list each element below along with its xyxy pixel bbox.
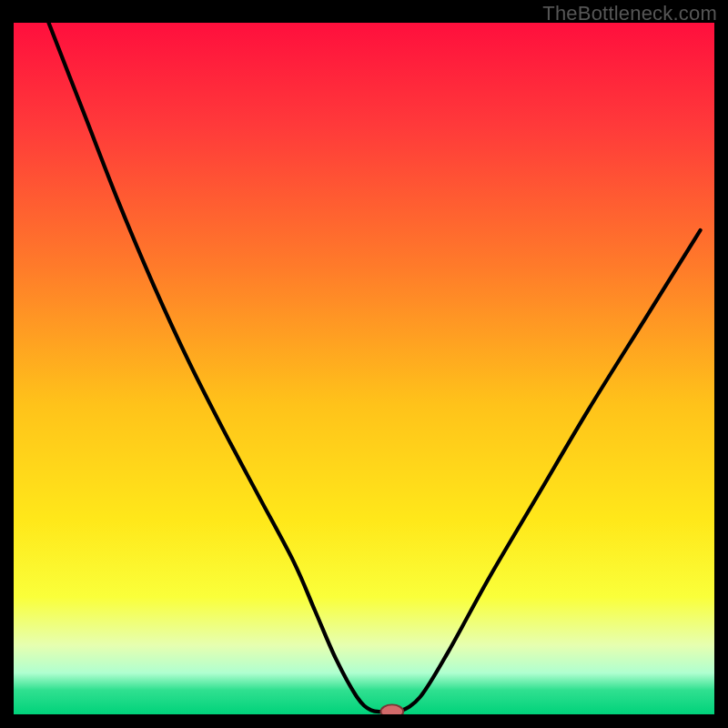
watermark-text: TheBottleneck.com [542,2,717,25]
bottleneck-chart [14,23,714,714]
chart-frame: TheBottleneck.com [0,0,728,728]
optimal-point-marker [380,704,403,714]
gradient-background [14,23,714,714]
